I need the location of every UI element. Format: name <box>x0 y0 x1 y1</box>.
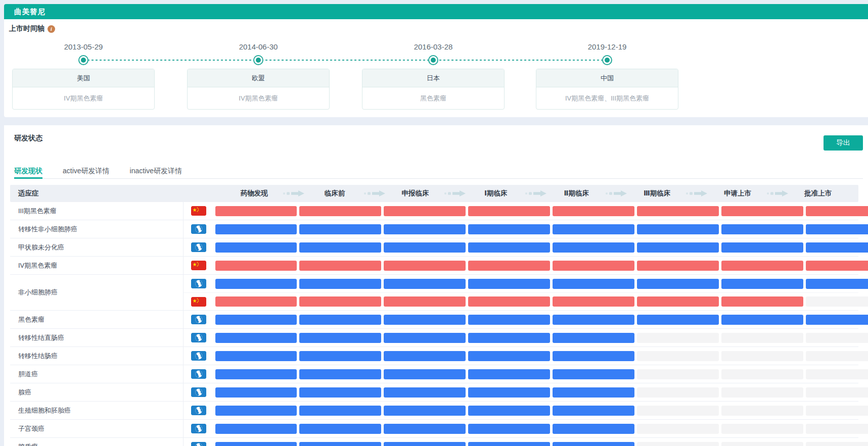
stage-bar-blue[interactable] <box>468 424 550 434</box>
stage-bar-blue[interactable] <box>468 279 550 289</box>
stage-bar-blue[interactable] <box>468 369 550 379</box>
stage-bar-blue[interactable] <box>384 315 466 325</box>
stage-bar-blue[interactable] <box>384 351 466 361</box>
stage-bar-blue[interactable] <box>553 406 634 416</box>
stage-bar-blue[interactable] <box>553 442 634 446</box>
stage-bar-blue[interactable] <box>721 242 803 253</box>
stage-bar-blue[interactable] <box>384 279 466 289</box>
stage-bar-red[interactable] <box>553 261 634 271</box>
stage-bar-blue[interactable] <box>299 387 381 398</box>
stage-bar-blue[interactable] <box>721 279 803 289</box>
stage-bar-blue[interactable] <box>215 333 297 343</box>
stage-bar-blue[interactable] <box>468 224 550 234</box>
stage-bar-red[interactable] <box>384 206 466 216</box>
stage-bar-blue[interactable] <box>468 442 550 446</box>
china-flag-cell <box>184 261 214 270</box>
stage-bar-red[interactable] <box>637 296 719 307</box>
stage-bar-blue[interactable] <box>299 406 381 416</box>
stage-bar-blue[interactable] <box>215 242 297 253</box>
stage-bar-blue[interactable] <box>553 224 634 234</box>
stage-bar-blue[interactable] <box>806 242 868 253</box>
stage-bar-blue[interactable] <box>637 224 719 234</box>
stage-bar-blue[interactable] <box>553 279 634 289</box>
stage-bar-red[interactable] <box>215 261 297 271</box>
stage-bar-blue[interactable] <box>468 333 550 343</box>
stage-bar-blue[interactable] <box>553 242 634 253</box>
stage-bar-blue[interactable] <box>384 424 466 434</box>
stage-bar-blue[interactable] <box>299 279 381 289</box>
stage-bar-red[interactable] <box>721 261 803 271</box>
stage-bar-blue[interactable] <box>468 351 550 361</box>
stage-bar-blue[interactable] <box>215 442 297 446</box>
stage-bar-red[interactable] <box>299 261 381 271</box>
stage-bar-red[interactable] <box>299 206 381 216</box>
stage-bar-blue[interactable] <box>553 351 634 361</box>
stage-bar-blue[interactable] <box>299 315 381 325</box>
stage-bar-blue[interactable] <box>468 315 550 325</box>
stage-bar-blue[interactable] <box>384 224 466 234</box>
stage-bar-blue[interactable] <box>468 406 550 416</box>
stage-bar-red[interactable] <box>215 296 297 307</box>
stage-bar-blue[interactable] <box>384 387 466 398</box>
stage-bar-blue[interactable] <box>299 369 381 379</box>
stage-bar-blue[interactable] <box>553 315 634 325</box>
stage-bar-blue[interactable] <box>468 387 550 398</box>
milestone-card[interactable]: 欧盟IV期黑色素瘤 <box>187 69 330 110</box>
stage-bar-blue[interactable] <box>215 387 297 398</box>
tab-inactive-detail[interactable]: inactive研发详情 <box>130 167 182 179</box>
stage-bar-blue[interactable] <box>299 442 381 446</box>
stage-bar-blue[interactable] <box>215 406 297 416</box>
stage-bar-blue[interactable] <box>299 224 381 234</box>
global-cell <box>184 224 214 234</box>
stage-bar-blue[interactable] <box>384 333 466 343</box>
stage-bar-red[interactable] <box>637 261 719 271</box>
stage-bar-red[interactable] <box>468 206 550 216</box>
milestone-card[interactable]: 美国IV期黑色素瘤 <box>12 69 155 110</box>
stage-bar-blue[interactable] <box>299 242 381 253</box>
stage-bar-blue[interactable] <box>384 442 466 446</box>
milestone-card[interactable]: 日本黑色素瘤 <box>362 69 505 110</box>
stage-bar-blue[interactable] <box>806 315 868 325</box>
stage-bar-red[interactable] <box>299 296 381 307</box>
stage-bar-blue[interactable] <box>215 369 297 379</box>
stage-bar-red[interactable] <box>384 296 466 307</box>
stage-bar-red[interactable] <box>806 261 868 271</box>
export-button[interactable]: 导出 <box>824 135 863 151</box>
stage-bar-blue[interactable] <box>553 387 634 398</box>
stage-bar-blue[interactable] <box>299 333 381 343</box>
stage-bar-red[interactable] <box>721 296 803 307</box>
stage-bar-blue[interactable] <box>384 406 466 416</box>
stage-bar-blue[interactable] <box>215 424 297 434</box>
milestone-card[interactable]: 中国IV期黑色素瘤、III期黑色素瘤 <box>536 69 678 110</box>
stage-bar-red[interactable] <box>806 206 868 216</box>
stage-bar-red[interactable] <box>468 261 550 271</box>
stage-bar-blue[interactable] <box>384 242 466 253</box>
stage-bar-blue[interactable] <box>721 315 803 325</box>
stage-bar-blue[interactable] <box>468 242 550 253</box>
stage-bar-blue[interactable] <box>215 279 297 289</box>
stage-bar-blue[interactable] <box>553 369 634 379</box>
stage-bar-blue[interactable] <box>215 351 297 361</box>
stage-bar-blue[interactable] <box>637 279 719 289</box>
stage-bar-blue[interactable] <box>637 242 719 253</box>
stage-bar-blue[interactable] <box>215 315 297 325</box>
stage-bar-blue[interactable] <box>637 315 719 325</box>
stage-bar-red[interactable] <box>468 296 550 307</box>
stage-bar-blue[interactable] <box>806 224 868 234</box>
tab-rnd-status[interactable]: 研发现状 <box>14 167 42 179</box>
stage-bar-red[interactable] <box>215 206 297 216</box>
tab-active-detail[interactable]: active研发详情 <box>63 167 110 179</box>
stage-bar-red[interactable] <box>384 261 466 271</box>
stage-bar-blue[interactable] <box>299 351 381 361</box>
stage-bar-red[interactable] <box>553 206 634 216</box>
stage-bar-blue[interactable] <box>384 369 466 379</box>
stage-bar-blue[interactable] <box>553 424 634 434</box>
stage-bar-blue[interactable] <box>553 333 634 343</box>
stage-bar-red[interactable] <box>721 206 803 216</box>
stage-bar-blue[interactable] <box>721 224 803 234</box>
stage-bar-red[interactable] <box>637 206 719 216</box>
stage-bar-blue[interactable] <box>299 424 381 434</box>
stage-bar-red[interactable] <box>553 296 634 307</box>
stage-bar-blue[interactable] <box>806 279 868 289</box>
stage-bar-blue[interactable] <box>215 224 297 234</box>
